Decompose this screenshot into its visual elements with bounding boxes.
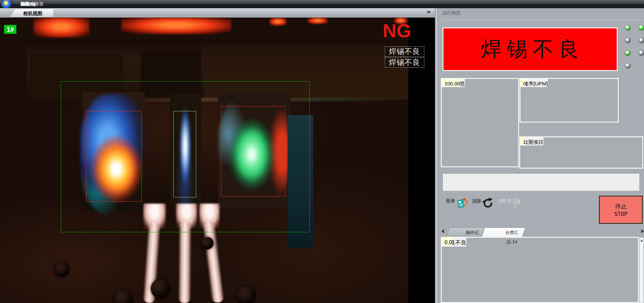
run-status-panel: 运行状态 焊锡不良 生产信息值[%]1#[NG]3100.00 总数3良品00.… bbox=[440, 8, 644, 303]
clear-label: 清除 bbox=[472, 198, 481, 204]
panel-splitter[interactable] bbox=[435, 8, 440, 303]
screw-hole bbox=[151, 279, 170, 298]
stop-label-cn: 停止 bbox=[600, 203, 642, 210]
red-glow bbox=[269, 18, 287, 26]
status-led bbox=[625, 38, 631, 43]
tab-dropdown-arrow-icon[interactable] bbox=[427, 11, 431, 14]
screw-hole bbox=[54, 262, 69, 277]
red-glow bbox=[121, 18, 231, 34]
red-glow bbox=[308, 18, 327, 24]
panel-title: 运行状态 bbox=[443, 10, 460, 16]
totals-table: 总数3良品00.00不良3100.00速率[UPM]0 bbox=[519, 78, 619, 123]
run-info-table: 运行信息值程式名称505检测项目1 bbox=[519, 136, 643, 169]
status-led bbox=[639, 25, 644, 31]
station-badge: 1# bbox=[4, 25, 16, 34]
stop-label-en: STOP bbox=[600, 211, 642, 217]
roi-rectangle-left bbox=[86, 111, 142, 202]
red-glow bbox=[33, 18, 89, 38]
tab-classification-summary[interactable]: 分类汇总-1# bbox=[482, 228, 526, 237]
login-label: 登录 bbox=[446, 198, 455, 204]
login-button[interactable]: 登录 bbox=[446, 197, 466, 222]
clear-button[interactable]: 清除 bbox=[472, 197, 492, 222]
table-cell: 1 bbox=[520, 137, 526, 145]
alarm-banner: 焊锡不良 bbox=[442, 27, 618, 71]
status-led bbox=[639, 50, 644, 56]
roi-rectangle-middle bbox=[173, 111, 196, 197]
tab-classification-summary-label: 分类汇总-1# bbox=[502, 228, 522, 246]
table-cell bbox=[442, 79, 444, 81]
scroll-up-icon[interactable] bbox=[640, 239, 643, 242]
tab-scroll-right-icon[interactable] bbox=[641, 229, 644, 233]
alarm-text: 焊锡不良 bbox=[475, 36, 585, 63]
production-info-table: 生产信息值[%]1#[NG]3100.00 bbox=[441, 78, 519, 167]
status-led bbox=[625, 25, 631, 31]
camera-image: 1# bbox=[0, 17, 408, 303]
screw-hole bbox=[237, 286, 256, 303]
refresh-clear-icon bbox=[482, 197, 494, 209]
table-cell bbox=[521, 79, 523, 81]
screw-hole bbox=[114, 290, 133, 303]
component-lead bbox=[178, 222, 192, 303]
status-led bbox=[625, 50, 631, 56]
id-badge-icon bbox=[456, 197, 468, 209]
tab-operation-log[interactable]: 操作记录 bbox=[446, 228, 485, 237]
screw-hole bbox=[201, 237, 214, 249]
table-cell: 100.00 bbox=[442, 79, 460, 86]
camera-viewport: 1# NG 焊锡不良 焊锡不良 bbox=[0, 17, 435, 303]
led-light-button[interactable]: LED 灯 bbox=[498, 197, 522, 222]
led-light-label: LED 灯 bbox=[498, 198, 512, 204]
classification-summary-table: 分类汇总值[%]良品00.0定位00.0热熔不良00.0焊锡不良133.3不良0… bbox=[441, 237, 639, 303]
status-led bbox=[639, 38, 644, 43]
panel-divider bbox=[441, 19, 643, 20]
bottom-tab-strip: 操作记录 分类汇总-1# bbox=[440, 228, 644, 237]
menu-help[interactable]: 帮助(H) bbox=[15, 0, 41, 8]
stop-button[interactable]: 停止 STOP bbox=[599, 196, 643, 224]
app-window: 文件(F) 编辑(E) 视图(V) 设置(S) MES连接器 运行(O) 帮助(… bbox=[0, 0, 644, 303]
message-box bbox=[442, 173, 639, 191]
component-lead bbox=[202, 221, 225, 303]
tab-camera-view[interactable]: 相机视图 bbox=[10, 9, 53, 17]
inspection-result-text: NG bbox=[383, 19, 424, 42]
camera-tab-bar: 相机视图 bbox=[0, 8, 435, 17]
vertical-scrollbar[interactable] bbox=[639, 237, 644, 303]
roi-rectangle-right bbox=[221, 106, 286, 196]
defect-label: 焊锡不良 bbox=[385, 57, 424, 68]
table-cell bbox=[442, 238, 444, 239]
tab-scroll-left-icon[interactable] bbox=[441, 229, 444, 233]
app-logo-icon bbox=[1, 0, 12, 8]
status-led bbox=[625, 63, 631, 69]
menu-bar: 文件(F) 编辑(E) 视图(V) 设置(S) MES连接器 运行(O) 帮助(… bbox=[0, 0, 644, 8]
defect-label: 焊锡不良 bbox=[385, 46, 424, 57]
